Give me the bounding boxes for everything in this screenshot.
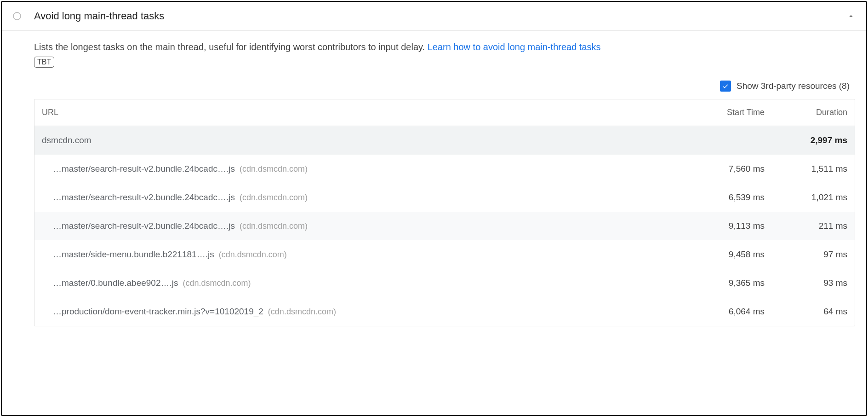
table-row[interactable]: …production/dom-event-tracker.min.js?v=1… bbox=[34, 297, 855, 326]
url-cell: …master/0.bundle.abee902….js(cdn.dsmcdn.… bbox=[53, 278, 682, 288]
metric-badge: TBT bbox=[34, 57, 54, 68]
url-cell: …master/search-result-v2.bundle.24bcadc…… bbox=[53, 192, 682, 203]
url-host: (cdn.dsmcdn.com) bbox=[240, 221, 308, 231]
start-time-cell: 7,560 ms bbox=[682, 164, 765, 174]
table-row[interactable]: …master/search-result-v2.bundle.24bcadc…… bbox=[34, 155, 855, 183]
table-group-row[interactable]: dsmcdn.com 2,997 ms bbox=[34, 126, 855, 155]
start-time-cell: 6,539 ms bbox=[682, 192, 765, 203]
duration-cell: 1,021 ms bbox=[765, 192, 847, 203]
audit-panel: Avoid long main-thread tasks Lists the l… bbox=[1, 1, 867, 416]
audit-title: Avoid long main-thread tasks bbox=[34, 10, 847, 22]
col-start: Start Time bbox=[682, 108, 765, 117]
url-host: (cdn.dsmcdn.com) bbox=[240, 164, 308, 174]
url-host: (cdn.dsmcdn.com) bbox=[219, 250, 287, 259]
url-cell: …master/side-menu.bundle.b221181….js(cdn… bbox=[53, 249, 682, 260]
col-url: URL bbox=[42, 108, 682, 117]
duration-cell: 93 ms bbox=[765, 278, 847, 288]
duration-cell: 64 ms bbox=[765, 307, 847, 317]
duration-cell: 97 ms bbox=[765, 249, 847, 260]
url-path: …master/search-result-v2.bundle.24bcadc…… bbox=[53, 164, 235, 174]
url-host: (cdn.dsmcdn.com) bbox=[268, 307, 336, 316]
url-path: …production/dom-event-tracker.min.js?v=1… bbox=[53, 307, 263, 316]
url-cell: …master/search-result-v2.bundle.24bcadc…… bbox=[53, 164, 682, 174]
third-party-toggle[interactable]: Show 3rd-party resources (8) bbox=[720, 81, 850, 92]
status-circle-icon bbox=[13, 12, 21, 20]
url-path: …master/0.bundle.abee902….js bbox=[53, 278, 178, 288]
start-time-cell: 9,365 ms bbox=[682, 278, 765, 288]
tasks-table: URL Start Time Duration dsmcdn.com 2,997… bbox=[34, 99, 855, 326]
third-party-toggle-label: Show 3rd-party resources (8) bbox=[737, 81, 850, 91]
url-host: (cdn.dsmcdn.com) bbox=[183, 278, 251, 288]
url-host: (cdn.dsmcdn.com) bbox=[240, 193, 308, 202]
table-row[interactable]: …master/side-menu.bundle.b221181….js(cdn… bbox=[34, 240, 855, 269]
group-total-duration: 2,997 ms bbox=[765, 135, 847, 145]
url-cell: …production/dom-event-tracker.min.js?v=1… bbox=[53, 307, 682, 317]
table-row[interactable]: …master/0.bundle.abee902….js(cdn.dsmcdn.… bbox=[34, 269, 855, 297]
group-name: dsmcdn.com bbox=[42, 135, 682, 145]
url-cell: …master/search-result-v2.bundle.24bcadc…… bbox=[53, 221, 682, 231]
checkbox-checked-icon bbox=[720, 81, 731, 92]
third-party-toggle-row: Show 3rd-party resources (8) bbox=[34, 81, 855, 92]
duration-cell: 1,511 ms bbox=[765, 164, 847, 174]
url-path: …master/search-result-v2.bundle.24bcadc…… bbox=[53, 192, 235, 202]
audit-description: Lists the longest tasks on the main thre… bbox=[34, 40, 855, 54]
table-header: URL Start Time Duration bbox=[34, 99, 855, 126]
learn-more-link[interactable]: Learn how to avoid long main-thread task… bbox=[428, 42, 601, 52]
audit-description-text: Lists the longest tasks on the main thre… bbox=[34, 42, 428, 52]
audit-body: Lists the longest tasks on the main thre… bbox=[2, 31, 866, 326]
duration-cell: 211 ms bbox=[765, 221, 847, 231]
url-path: …master/side-menu.bundle.b221181….js bbox=[53, 249, 214, 259]
start-time-cell: 9,458 ms bbox=[682, 249, 765, 260]
table-row[interactable]: …master/search-result-v2.bundle.24bcadc…… bbox=[34, 212, 855, 240]
chevron-up-icon bbox=[847, 12, 855, 20]
audit-header[interactable]: Avoid long main-thread tasks bbox=[2, 2, 866, 31]
start-time-cell: 9,113 ms bbox=[682, 221, 765, 231]
start-time-cell: 6,064 ms bbox=[682, 307, 765, 317]
col-duration: Duration bbox=[765, 108, 847, 117]
table-row[interactable]: …master/search-result-v2.bundle.24bcadc…… bbox=[34, 183, 855, 212]
url-path: …master/search-result-v2.bundle.24bcadc…… bbox=[53, 221, 235, 231]
